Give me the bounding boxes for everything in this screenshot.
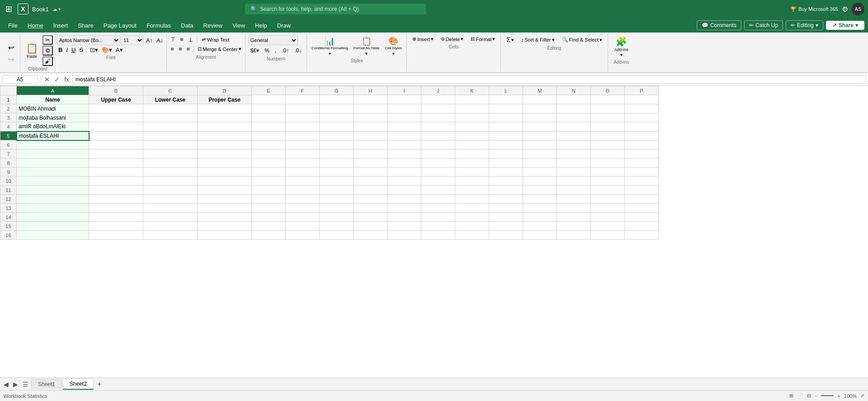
cell-r3-c8[interactable] <box>387 113 421 122</box>
cell-r5-c8[interactable] <box>387 131 421 140</box>
cell-r4-c5[interactable] <box>286 122 320 131</box>
italic-button[interactable]: I <box>65 46 69 54</box>
align-middle-button[interactable]: ≡ <box>178 35 185 44</box>
cell-r11-c8[interactable] <box>387 186 421 195</box>
undo-button[interactable]: ↩ <box>5 42 17 53</box>
view-normal-icon[interactable]: ⊞ <box>789 393 793 399</box>
zoom-in-button[interactable]: + <box>837 393 840 399</box>
cell-r15-c2[interactable] <box>143 222 198 231</box>
cell-r8-c8[interactable] <box>387 159 421 168</box>
cell-r3-c0[interactable]: mojtaba Bolhassani <box>17 113 89 122</box>
cell-r2-c6[interactable] <box>320 104 354 113</box>
cell-r9-c8[interactable] <box>387 168 421 177</box>
cell-r4-c14[interactable] <box>591 122 625 131</box>
merge-center-button[interactable]: ⊡ Merge & Center ▾ <box>196 45 243 53</box>
cell-r6-c3[interactable] <box>198 140 252 149</box>
cell-r12-c13[interactable] <box>557 195 591 204</box>
format-painter-button[interactable]: 🖌 <box>42 56 53 66</box>
cell-r4-c10[interactable] <box>455 122 489 131</box>
row-header-16[interactable]: 16 <box>0 231 17 240</box>
view-break-icon[interactable]: ⊟ <box>807 393 811 399</box>
cell-r4-c3[interactable] <box>198 122 252 131</box>
format-cell-button[interactable]: ⊟ Format ▾ <box>468 35 498 43</box>
cell-r4-c6[interactable] <box>320 122 354 131</box>
cell-r1-c15[interactable] <box>625 95 659 104</box>
cell-r1-c11[interactable] <box>489 95 523 104</box>
cell-r11-c1[interactable] <box>89 186 143 195</box>
menu-draw[interactable]: Draw <box>273 20 295 31</box>
cell-r15-c0[interactable] <box>17 222 89 231</box>
add-sheet-button[interactable]: + <box>94 379 104 389</box>
next-sheet-icon[interactable]: ▶ <box>11 380 20 389</box>
number-expand-icon[interactable]: ⧉ <box>283 56 285 61</box>
settings-icon[interactable]: ⚙ <box>842 5 848 14</box>
cell-r13-c0[interactable] <box>17 204 89 213</box>
cell-r13-c7[interactable] <box>354 204 387 213</box>
cell-r10-c6[interactable] <box>320 177 354 186</box>
cell-r13-c3[interactable] <box>198 204 252 213</box>
view-layout-icon[interactable]: 📄 <box>797 393 803 399</box>
cell-r5-c4[interactable] <box>252 131 286 140</box>
col-header-H[interactable]: H <box>354 86 387 95</box>
decimal-inc-button[interactable]: .0↑ <box>279 47 291 55</box>
cell-r7-c3[interactable] <box>198 149 252 159</box>
cell-r4-c7[interactable] <box>354 122 387 131</box>
cell-r8-c11[interactable] <box>489 159 523 168</box>
cell-r1-c5[interactable] <box>286 95 320 104</box>
cell-r16-c13[interactable] <box>557 231 591 240</box>
sheet-menu-icon[interactable]: ☰ <box>21 380 30 389</box>
copy-button[interactable]: ⧉ <box>42 46 53 56</box>
cell-r4-c12[interactable] <box>523 122 557 131</box>
cell-r3-c5[interactable] <box>286 113 320 122</box>
cell-r3-c11[interactable] <box>489 113 523 122</box>
strikethrough-button[interactable]: S <box>78 46 85 54</box>
cell-r5-c14[interactable] <box>591 131 625 140</box>
cell-r4-c15[interactable] <box>625 122 659 131</box>
cell-r9-c7[interactable] <box>354 168 387 177</box>
cell-r13-c10[interactable] <box>455 204 489 213</box>
cell-r16-c10[interactable] <box>455 231 489 240</box>
cell-r9-c1[interactable] <box>89 168 143 177</box>
cell-r13-c14[interactable] <box>591 204 625 213</box>
cell-r9-c15[interactable] <box>625 168 659 177</box>
wrap-text-button[interactable]: ⇌ Wrap Text <box>199 36 232 43</box>
cell-r13-c12[interactable] <box>523 204 557 213</box>
cell-r8-c0[interactable] <box>17 159 89 168</box>
cell-r7-c7[interactable] <box>354 149 387 159</box>
row-header-5[interactable]: 5 <box>0 131 17 140</box>
cell-r6-c10[interactable] <box>455 140 489 149</box>
cell-r1-c6[interactable] <box>320 95 354 104</box>
cell-r16-c0[interactable] <box>17 231 89 240</box>
menu-share[interactable]: Share <box>73 20 98 31</box>
cell-r16-c8[interactable] <box>387 231 421 240</box>
cell-r16-c2[interactable] <box>143 231 198 240</box>
cell-r8-c9[interactable] <box>421 159 455 168</box>
cell-r6-c6[interactable] <box>320 140 354 149</box>
cell-r6-c8[interactable] <box>387 140 421 149</box>
cut-button[interactable]: ✂ <box>42 35 53 45</box>
cell-r11-c3[interactable] <box>198 186 252 195</box>
cell-r12-c12[interactable] <box>523 195 557 204</box>
cell-r5-c7[interactable] <box>354 131 387 140</box>
format-as-table-button[interactable]: 📋 Format As Table ▾ <box>352 35 382 57</box>
cell-r9-c10[interactable] <box>455 168 489 177</box>
cell-r9-c5[interactable] <box>286 168 320 177</box>
cell-r12-c7[interactable] <box>354 195 387 204</box>
cell-r8-c6[interactable] <box>320 159 354 168</box>
cell-r13-c15[interactable] <box>625 204 659 213</box>
cell-r2-c14[interactable] <box>591 104 625 113</box>
menu-help[interactable]: Help <box>250 20 272 31</box>
row-header-4[interactable]: 4 <box>0 122 17 131</box>
cell-r15-c5[interactable] <box>286 222 320 231</box>
cell-r14-c1[interactable] <box>89 213 143 222</box>
cell-r10-c7[interactable] <box>354 177 387 186</box>
menu-view[interactable]: View <box>228 20 250 31</box>
cell-r14-c3[interactable] <box>198 213 252 222</box>
row-header-12[interactable]: 12 <box>0 195 17 204</box>
cell-r8-c15[interactable] <box>625 159 659 168</box>
cell-r14-c14[interactable] <box>591 213 625 222</box>
cell-r6-c15[interactable] <box>625 140 659 149</box>
cell-r4-c1[interactable] <box>89 122 143 131</box>
col-header-I[interactable]: I <box>387 86 421 95</box>
menu-data[interactable]: Data <box>176 20 198 31</box>
